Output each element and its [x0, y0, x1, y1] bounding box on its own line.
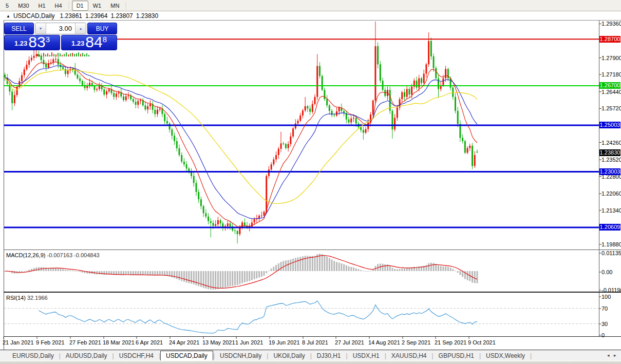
date-axis-label: 21 Jan 2021 — [3, 339, 34, 346]
price-axis-tick: 1.19880 — [601, 241, 620, 247]
chart-left-border — [4, 21, 4, 350]
volume-decrease-button[interactable]: ▾ — [35, 23, 46, 34]
tick-bar — [55, 54, 57, 56]
tick-bar — [62, 55, 63, 56]
tick-bar — [47, 53, 48, 56]
rsi-axis-tick: 0 — [601, 332, 620, 338]
tick-bar — [64, 54, 65, 56]
tick-bar — [70, 53, 71, 56]
tab-usdcnh-daily[interactable]: USDCNH,Daily — [215, 352, 267, 360]
date-axis-label: 24 Apr 2021 — [169, 339, 199, 346]
date-axis-label: 2 Sep 2021 — [402, 339, 430, 346]
macd-label: MACD(12,26,9) -0.007163 -0.004843 — [6, 252, 100, 258]
tab-usdcad-daily[interactable]: USDCAD,Daily — [160, 351, 213, 360]
price-axis-tick: 1.25720 — [601, 105, 620, 111]
date-axis-label: 27 Jul 2021 — [335, 339, 364, 346]
date-axis-label: 19 Jun 2021 — [269, 339, 300, 346]
volume-increase-button[interactable]: ▴ — [75, 23, 86, 34]
date-axis-label: 9 Oct 2021 — [468, 339, 496, 346]
moving-averages — [5, 62, 477, 227]
buy-button[interactable]: BUY — [87, 23, 117, 34]
tab-separator: | — [530, 352, 532, 360]
tab-usdx-weekly[interactable]: USDX,Weekly — [481, 352, 530, 360]
price-axis-tick: 1.23520 — [601, 157, 620, 163]
toolbar-separator — [69, 2, 70, 9]
chart-title-bar: ▲ USDCAD,Daily 1.23861 1.23964 1.23807 1… — [4, 12, 621, 21]
date-axis-label: 8 Jul 2021 — [302, 339, 328, 346]
tick-bar — [45, 54, 46, 56]
tab-gbpusd-h1[interactable]: GBPUSD,H1 — [434, 352, 479, 360]
ohlc-high: 1.23964 — [85, 12, 107, 20]
instrument-tabbar: EURUSD,Daily|AUDUSD,Daily|USDCHF,H4|USDC… — [0, 350, 621, 360]
tick-bar — [76, 53, 77, 56]
chart-symbol-title: USDCAD,Daily — [13, 12, 55, 20]
rsi-axis-tick: 100 — [601, 294, 620, 300]
rsi-axis-tick: 30 — [601, 321, 620, 327]
timeframe-button-5[interactable]: 5 — [1, 1, 13, 11]
macd-indicator — [4, 254, 478, 290]
tab-eurusd-daily[interactable]: EURUSD,Daily — [7, 352, 59, 360]
tab-xauusd-h4[interactable]: XAUUSD,H4 — [386, 352, 432, 360]
timeframe-button-w1[interactable]: W1 — [88, 1, 106, 11]
tab-scroll-right-icon[interactable]: ▸ — [614, 353, 616, 358]
rsi-panel-divider[interactable] — [4, 292, 621, 293]
timeframe-button-h1[interactable]: H1 — [34, 1, 50, 11]
date-axis-label: 6 Apr 2021 — [136, 339, 163, 346]
buy-price-pip: 8 — [103, 35, 107, 44]
price-axis-tick: 1.21340 — [601, 207, 620, 214]
date-axis-label: 27 Feb 2021 — [69, 339, 101, 346]
tick-bar — [78, 52, 79, 56]
timeframe-button-m30[interactable]: M30 — [13, 1, 33, 11]
tick-bar — [72, 53, 73, 56]
price-level-tag: 1.20609 — [599, 224, 620, 231]
ohlc-open: 1.23861 — [60, 12, 82, 20]
price-axis-tick: 1.22060 — [601, 190, 620, 197]
price-axis-tick: 1.26440 — [601, 89, 620, 95]
sell-button[interactable]: SELL — [4, 23, 34, 34]
price-level-tag: 1.26700 — [599, 82, 620, 89]
price-level-tag: 1.23830 — [599, 149, 620, 156]
price-axis-tick: 1.27180 — [601, 71, 620, 78]
sell-price-big: 83 — [28, 35, 45, 49]
tick-bar — [80, 54, 81, 56]
volume-input[interactable]: 3.00 — [46, 23, 75, 34]
macd-axis-tick: 0.01135 — [601, 250, 620, 256]
tab-scroll-left-icon[interactable]: ◂ — [607, 353, 610, 358]
tab-usdx-h1[interactable]: USDX,H1 — [348, 352, 385, 360]
tick-bar — [74, 54, 75, 56]
timeframe-button-mn[interactable]: MN — [106, 1, 124, 11]
tab-dj30-h1[interactable]: DJ30,H1 — [312, 352, 346, 360]
timeframe-button-d1[interactable]: D1 — [72, 1, 88, 11]
price-level-tag: 1.23003 — [599, 168, 620, 175]
tab-usdchf-h4[interactable]: USDCHF,H4 — [114, 352, 159, 360]
tick-chart-mini — [37, 51, 89, 56]
date-axis-label: 21 Sep 2021 — [435, 339, 466, 346]
price-axis-tick: 1.24260 — [601, 140, 620, 146]
axis-separator — [599, 21, 599, 337]
tab-ukoil-daily[interactable]: UKOil,Daily — [268, 352, 310, 360]
collapse-triangle-icon[interactable]: ▲ — [6, 14, 10, 18]
rsi-indicator — [4, 301, 599, 333]
volume-spinner: ▾ 3.00 ▴ — [35, 23, 86, 34]
price-axis-tick: 1.29360 — [601, 21, 620, 27]
trading-platform: 5M30H1H4D1W1MN ▲ USDCAD,Daily 1.23861 1.… — [0, 0, 621, 364]
macd-axis-tick: -0.011904 — [601, 287, 620, 293]
buy-price-big: 84 — [85, 35, 102, 49]
buy-price-button[interactable]: 1.23 84 8 — [61, 35, 117, 50]
macd-panel-divider[interactable] — [4, 250, 621, 250]
price-axis-tick: 1.27900 — [601, 55, 620, 61]
tick-bar — [39, 55, 40, 56]
support-resistance-lines[interactable] — [4, 39, 599, 227]
tick-bar — [66, 52, 67, 56]
tick-bar — [82, 53, 83, 56]
price-level-tag: 1.25003 — [599, 122, 620, 128]
status-strip — [0, 361, 621, 364]
timeframe-button-h4[interactable]: H4 — [50, 1, 67, 11]
tab-audusd-daily[interactable]: AUDUSD,Daily — [61, 352, 112, 360]
tick-bar — [84, 54, 85, 56]
tick-bar — [58, 53, 59, 56]
tick-bar — [88, 55, 89, 56]
date-axis-label: 14 Aug 2021 — [368, 339, 400, 346]
sell-price-button[interactable]: 1.23 83 3 — [4, 35, 60, 50]
date-axis-label: 1 Jun 2021 — [235, 339, 263, 346]
